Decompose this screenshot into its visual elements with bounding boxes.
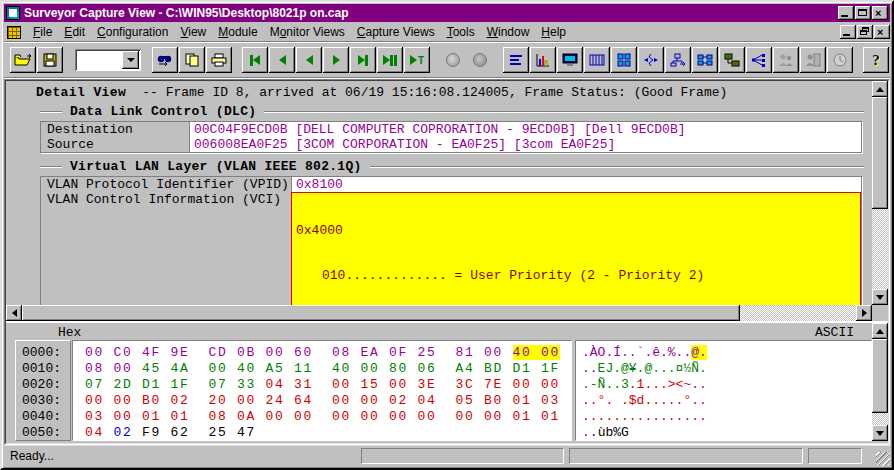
vpid-value: 0x8100	[291, 177, 861, 192]
scroll-down-button[interactable]	[872, 425, 888, 441]
scroll-up-button[interactable]	[872, 323, 888, 339]
ascii-line: ................	[582, 409, 871, 425]
protocol-tree-button[interactable]	[665, 47, 691, 73]
next-marked-frame-button[interactable]	[350, 47, 376, 73]
hex-offset-column: 0000:0010:0020:0030:0040:0050:	[15, 340, 71, 441]
menu-file[interactable]: File	[27, 23, 58, 41]
find-button[interactable]	[152, 47, 178, 73]
document-system-icon[interactable]	[7, 26, 21, 39]
help-button[interactable]: ?	[863, 47, 889, 73]
matrix-view-button[interactable]	[719, 47, 745, 73]
host-view-button[interactable]	[800, 47, 826, 73]
timer-button[interactable]	[827, 47, 853, 73]
close-button[interactable]: ×	[872, 6, 888, 20]
menu-window[interactable]: Window	[481, 23, 536, 41]
vci-highlighted-value[interactable]: 0x4000 010............. = User Priority …	[291, 192, 861, 305]
last-frame-button[interactable]	[377, 47, 403, 73]
arrow-up-icon	[876, 83, 884, 92]
truncate-frames-button[interactable]	[638, 47, 664, 73]
hex-offset: 0000:	[22, 345, 70, 361]
ascii-line: ..°. .$d.....°..	[582, 393, 871, 409]
detail-vertical-scrollbar[interactable]	[872, 81, 888, 305]
menu-module[interactable]: Module	[212, 23, 263, 41]
vlan-table: VLAN Protocol Identifier (VPID) 0x8100 V…	[40, 176, 862, 305]
hex-offset: 0040:	[22, 409, 70, 425]
combobox-dropdown-button[interactable]	[122, 51, 139, 69]
expert-view-button[interactable]	[773, 47, 799, 73]
menu-help[interactable]: Help	[535, 23, 572, 41]
scrollbar-thumb[interactable]	[872, 97, 888, 209]
maximize-icon	[858, 9, 867, 16]
fence-icon	[589, 54, 605, 66]
menu-tools[interactable]: Tools	[441, 23, 481, 41]
menu-monitor-views[interactable]: Monitor Views	[264, 23, 351, 41]
table-row[interactable]: VLAN Control Information (VCI) 0x4000 01…	[41, 192, 861, 305]
scrollbar-thumb[interactable]	[22, 305, 740, 321]
mdi-close-button[interactable]: ×	[874, 25, 890, 39]
scroll-down-button[interactable]	[872, 289, 888, 305]
save-button[interactable]	[37, 47, 63, 73]
mdi-minimize-button[interactable]	[840, 25, 856, 39]
section-header-dlc: Data Link Control (DLC)	[40, 104, 864, 118]
first-frame-button[interactable]	[242, 47, 268, 73]
hex-body: 0000:0010:0020:0030:0040:0050: 00 C0 4F …	[6, 340, 872, 441]
menu-configuration[interactable]: Configuration	[91, 23, 174, 41]
hex-offset: 0030:	[22, 393, 70, 409]
scroll-left-button[interactable]	[6, 305, 22, 321]
ascii-column[interactable]: .ÀO.Í..`.ê.%..@...EJ.@¥.@...¤½Ñ..-Ñ..3.1…	[575, 340, 872, 441]
summary-view-button[interactable]	[503, 47, 529, 73]
ascii-line: .ÀO.Í..`.ê.%..@.	[582, 345, 871, 361]
prev-frame-button[interactable]	[296, 47, 322, 73]
filter-combobox[interactable]	[75, 49, 141, 71]
filter-combobox-value[interactable]	[75, 49, 120, 71]
first-frame-icon	[250, 55, 260, 66]
scroll-right-button[interactable]	[856, 305, 872, 321]
hex-offset: 0010:	[22, 361, 70, 377]
fence-view-button[interactable]	[584, 47, 610, 73]
title-bar[interactable]: Surveyor Capture View - C:\WIN95\Desktop…	[4, 4, 890, 22]
printer-icon	[211, 53, 227, 67]
arrow-left-icon	[8, 309, 17, 317]
detail-horizontal-scrollbar[interactable]	[6, 305, 872, 321]
vpid-label: VLAN Protocol Identifier (VPID)	[41, 177, 291, 192]
maximize-button[interactable]	[855, 6, 871, 20]
monitor-icon	[562, 53, 578, 67]
menu-view[interactable]: View	[174, 23, 212, 41]
bar-chart-icon	[536, 53, 550, 67]
app-icon[interactable]	[6, 6, 20, 20]
next-frame-button[interactable]	[323, 47, 349, 73]
record-button[interactable]	[440, 47, 466, 73]
menu-edit[interactable]: Edit	[58, 23, 91, 41]
scrollbar-thumb[interactable]	[872, 339, 888, 413]
mdi-restore-button[interactable]	[857, 25, 873, 39]
minimize-button[interactable]	[838, 6, 854, 20]
status-panel	[569, 448, 803, 464]
minimize-icon	[841, 15, 848, 17]
prev-marked-frame-button[interactable]	[269, 47, 295, 73]
open-file-button[interactable]	[10, 47, 36, 73]
table-row[interactable]: VLAN Protocol Identifier (VPID) 0x8100	[41, 177, 861, 192]
dlc-source-label: Source	[41, 137, 189, 152]
hex-view-pane: Hex ASCII 0000:0010:0020:0030:0040:0050:…	[6, 321, 888, 443]
capture-view-button[interactable]	[557, 47, 583, 73]
hex-bytes-column[interactable]: 00 C0 4F 9E CD 0B 00 60 08 EA 0F 25 81 0…	[72, 340, 572, 441]
chart-view-button[interactable]	[530, 47, 556, 73]
goto-trigger-button[interactable]: T	[404, 47, 430, 73]
map-view-button[interactable]	[746, 47, 772, 73]
arrow-up-icon	[876, 325, 884, 334]
client-area: Detail View -- Frame ID 8, arrived at 06…	[4, 79, 890, 445]
resize-grip[interactable]	[876, 452, 890, 466]
print-button[interactable]	[206, 47, 232, 73]
scroll-up-button[interactable]	[872, 81, 888, 97]
menu-items: FileEditConfigurationViewModuleMonitor V…	[27, 23, 572, 41]
map-lines-icon	[751, 53, 767, 67]
menu-capture-views[interactable]: Capture Views	[351, 23, 441, 41]
table-row[interactable]: Source 006008EA0F25 [3COM CORPORATION - …	[41, 137, 861, 152]
arrow-down-icon	[876, 431, 884, 440]
table-row[interactable]: Destination 00C04F9ECD0B [DELL COMPUTER …	[41, 122, 861, 137]
copy-button[interactable]	[179, 47, 205, 73]
hex-vertical-scrollbar[interactable]	[872, 323, 888, 441]
tile-view-button[interactable]	[611, 47, 637, 73]
conversation-view-button[interactable]	[692, 47, 718, 73]
stop-button[interactable]	[467, 47, 493, 73]
